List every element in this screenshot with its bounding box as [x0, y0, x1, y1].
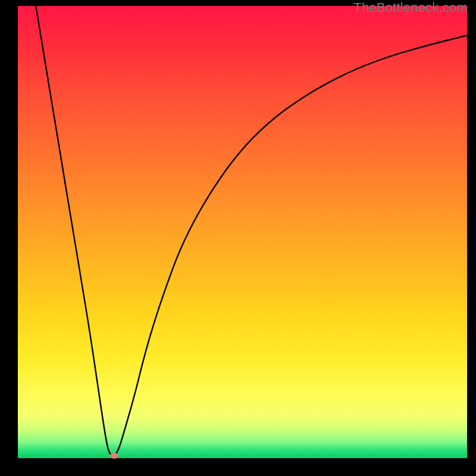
bottleneck-curve: [18, 6, 467, 458]
chart-stage: TheBottleneck.com: [0, 0, 476, 476]
plot-area: [18, 6, 467, 458]
watermark-label: TheBottleneck.com: [353, 0, 468, 15]
